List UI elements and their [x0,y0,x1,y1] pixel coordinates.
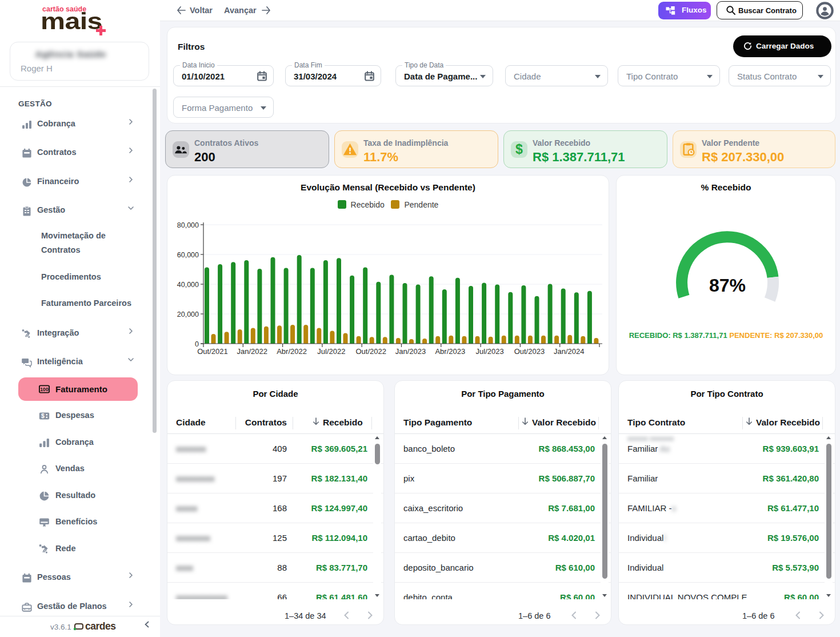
svg-text:100: 100 [40,387,49,392]
svg-text:20,000: 20,000 [177,310,199,318]
svg-text:80,000: 80,000 [177,221,199,229]
svg-text:Out/2023: Out/2023 [514,347,545,356]
svg-text:$: $ [41,412,45,419]
svg-text:Abr/2022: Abr/2022 [277,347,307,356]
svg-text:Out/2021: Out/2021 [197,347,228,356]
svg-text:Jul/2023: Jul/2023 [476,347,504,356]
svg-text:Out/2022: Out/2022 [355,347,386,356]
svg-text:Abr/2023: Abr/2023 [435,347,465,356]
svg-text:40,000: 40,000 [177,281,199,289]
svg-text:Jan/2024: Jan/2024 [554,347,585,356]
svg-text:Jan/2023: Jan/2023 [395,347,426,356]
svg-text:87%: 87% [709,275,746,296]
svg-text:Jul/2022: Jul/2022 [317,347,345,356]
svg-text:Jan/2022: Jan/2022 [237,347,268,356]
svg-text:60,000: 60,000 [177,251,199,259]
svg-text:$: $ [515,142,523,157]
